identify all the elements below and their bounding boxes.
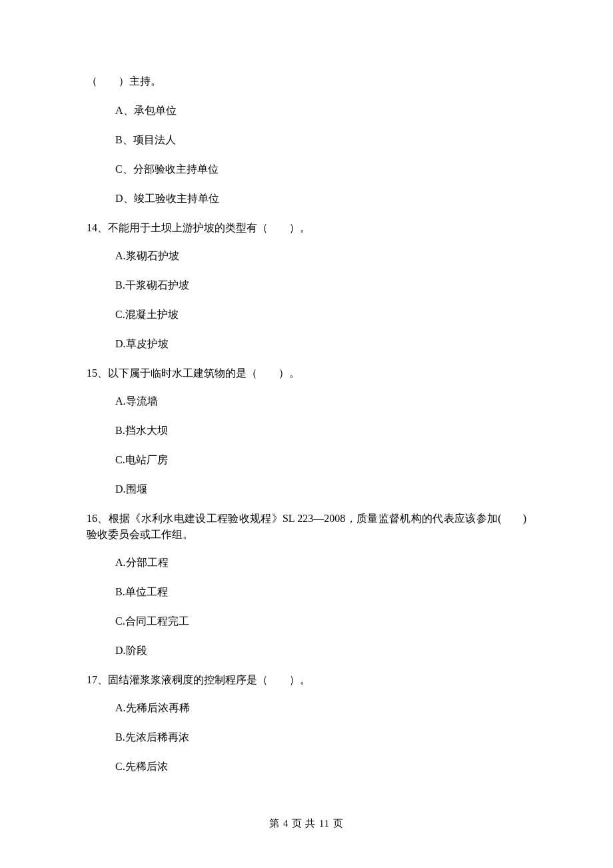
question-15-options: A.导流墙 B.挡水大坝 C.电站厂房 D.围堰 (87, 393, 526, 497)
option-b: B.先浓后稀再浓 (115, 729, 526, 745)
option-a: A.先稀后浓再稀 (115, 700, 526, 716)
answer-blank (502, 511, 523, 527)
question-16-options: A.分部工程 B.单位工程 C.合同工程完工 D.阶段 (87, 555, 526, 659)
stem-suffix: ）。 (279, 367, 300, 379)
option-d: D、竣工验收主持单位 (115, 191, 526, 207)
stem-prefix: 14、不能用于土坝上游护坡的类型有（ (87, 222, 268, 233)
stem-prefix: 16、根据《水利水电建设工程验收规程》SL 223—2008，质量监督机构的代表… (87, 513, 502, 524)
option-a: A.导流墙 (115, 393, 526, 409)
option-c: C.合同工程完工 (115, 613, 526, 629)
option-c: C.先稀后浓 (115, 759, 526, 775)
question-13-options: A、承包单位 B、项目法人 C、分部验收主持单位 D、竣工验收主持单位 (87, 103, 526, 207)
option-c: C、分部验收主持单位 (115, 161, 526, 177)
question-17-stem: 17、固结灌浆浆液稠度的控制程序是（ ）。 (87, 672, 526, 688)
option-c: C.电站厂房 (115, 452, 526, 468)
stem-prefix: 17、固结灌浆浆液稠度的控制程序是（ (87, 674, 268, 685)
option-d: D.围堰 (115, 481, 526, 497)
answer-blank (257, 365, 279, 381)
page-footer: 第 4 页 共 11 页 (0, 817, 613, 831)
stem-prefix: 15、以下属于临时水工建筑物的是（ (87, 367, 257, 379)
answer-blank (268, 672, 289, 688)
question-13-stem-tail: （ ）主持。 (87, 73, 526, 89)
option-c: C.混凝土护坡 (115, 307, 526, 323)
question-14-stem: 14、不能用于土坝上游护坡的类型有（ ）。 (87, 220, 526, 236)
option-b: B.干浆砌石护坡 (115, 277, 526, 293)
stem-suffix: ）。 (289, 222, 310, 233)
question-14-options: A.浆砌石护坡 B.干浆砌石护坡 C.混凝土护坡 D.草皮护坡 (87, 248, 526, 352)
question-16-stem: 16、根据《水利水电建设工程验收规程》SL 223—2008，质量监督机构的代表… (87, 511, 526, 543)
stem-suffix: ）。 (289, 674, 310, 685)
answer-blank (268, 220, 289, 236)
option-a: A.分部工程 (115, 555, 526, 571)
paren-open: （ (87, 75, 97, 87)
paren-close-text: ）主持。 (119, 75, 161, 87)
question-15-stem: 15、以下属于临时水工建筑物的是（ ）。 (87, 365, 526, 381)
answer-blank (97, 73, 119, 89)
option-b: B、项目法人 (115, 132, 526, 148)
option-d: D.阶段 (115, 643, 526, 659)
option-b: B.单位工程 (115, 584, 526, 600)
option-a: A、承包单位 (115, 103, 526, 119)
option-b: B.挡水大坝 (115, 423, 526, 439)
option-d: D.草皮护坡 (115, 336, 526, 352)
option-a: A.浆砌石护坡 (115, 248, 526, 264)
question-17-options: A.先稀后浓再稀 B.先浓后稀再浓 C.先稀后浓 (87, 700, 526, 775)
